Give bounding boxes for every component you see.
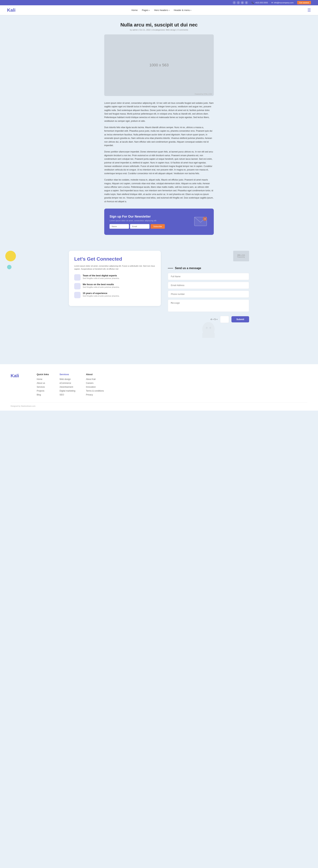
- contact-header-line: [168, 268, 173, 269]
- list-item[interactable]: Privacy: [86, 393, 104, 396]
- blob-yellow: [5, 251, 16, 261]
- phone-field[interactable]: [168, 291, 249, 298]
- ads-box: 200 x 111 Powered by: [233, 251, 249, 261]
- connect-subtitle: Lorem ipsum dolor sit amet, consectetur …: [74, 265, 155, 271]
- phone-number: +815.555.5555: [255, 2, 268, 4]
- newsletter-form: Subscribe: [110, 224, 193, 229]
- list-item[interactable]: Careers: [86, 382, 104, 384]
- email-icon: ✉: [271, 2, 273, 4]
- newsletter-svg-icon: ✉: [193, 214, 208, 229]
- list-item[interactable]: Advertisement: [60, 385, 75, 388]
- feature-text-3: 15 years of experience Sed fringilla nul…: [83, 292, 120, 298]
- feature-text-1: Team of the best digital experts Sed fri…: [83, 274, 120, 280]
- footer-logo: Kali: [10, 373, 19, 397]
- list-item[interactable]: Projects: [37, 390, 49, 392]
- ghost-decoration: [168, 319, 249, 343]
- newsletter-left: Sign up For Our Newsletter Lorem ipsum d…: [110, 215, 193, 229]
- list-item[interactable]: Innovation: [86, 385, 104, 388]
- post-title: Nulla arcu mi, suscipit ut dui nec: [104, 22, 214, 28]
- svg-text:✉: ✉: [204, 218, 206, 220]
- feature-item-3: 15 years of experience Sed fringilla nul…: [74, 292, 155, 298]
- ghost-svg: [198, 319, 219, 341]
- blob-teal: [7, 265, 11, 269]
- feature-item-2: We focus on the best results Sed fringil…: [74, 283, 155, 289]
- navbar-logo: Kali: [7, 7, 16, 13]
- newsletter-email-input[interactable]: [130, 224, 149, 229]
- newsletter-decoration: ✉: [193, 214, 208, 230]
- svg-point-6: [209, 327, 211, 329]
- footer-about: About About Kali Careers Innovation Term…: [86, 373, 104, 397]
- feature-item-1: Team of the best digital experts Sed fri…: [74, 274, 155, 281]
- list-item[interactable]: Digital marketing: [60, 390, 75, 392]
- two-col-section: Let's Get Connected Lorem ipsum dolor si…: [62, 247, 256, 350]
- feature-title-3: 15 years of experience: [83, 292, 120, 294]
- full-name-field[interactable]: [168, 273, 249, 280]
- email-address: info@mycompany.com: [274, 2, 293, 4]
- newsletter-title: Sign up For Our Newsletter: [110, 215, 193, 218]
- nav-header-menu[interactable]: Header & menu ▾: [174, 9, 192, 11]
- ads-label: 200 x 111: [237, 254, 245, 256]
- navbar: Kali Home Pages ▾ Hero headers ▾ Header …: [0, 5, 318, 15]
- pages-arrow: ▾: [149, 9, 150, 11]
- ads-powered: Powered by: [237, 256, 245, 258]
- phone-icon: 📞: [252, 2, 254, 4]
- header-menu-arrow: ▾: [191, 9, 191, 11]
- article-body: Lorem ipsum dolor sit amet, consectetur …: [104, 101, 214, 203]
- feature-desc-2: Sed fringilla nulla id ante pulvinar pha…: [83, 286, 120, 289]
- feature-desc-3: Sed fringilla nulla id ante pulvinar pha…: [83, 294, 120, 298]
- list-item[interactable]: Blog: [37, 393, 49, 396]
- message-field[interactable]: [168, 300, 249, 312]
- footer-copyright: Designed by Startendream.com: [10, 405, 35, 407]
- lower-section: Let's Get Connected Lorem ipsum dolor si…: [0, 247, 318, 357]
- linkedin-icon: li: [245, 1, 248, 4]
- nav-hero-headers[interactable]: Hero headers ▾: [154, 9, 169, 11]
- nav-home[interactable]: Home: [132, 9, 138, 11]
- newsletter-subtitle: Lorem ipsum dolor sit amet, consectetur …: [110, 219, 193, 222]
- featured-image: 1000 x 563 Powered by HTML.COM: [104, 34, 214, 96]
- phone-info: 📞 +815.555.5555: [252, 2, 268, 4]
- paragraph-3: Donec porttitor ullamcorper imperdiet. D…: [104, 150, 214, 175]
- list-item[interactable]: SEO: [60, 393, 75, 396]
- nav-pages[interactable]: Pages ▾: [142, 9, 150, 11]
- paragraph-1: Lorem ipsum dolor sit amet, consectetur …: [104, 101, 214, 123]
- footer-services: Services Web design eCommerce Advertisem…: [60, 373, 75, 397]
- list-item[interactable]: Web design: [60, 378, 75, 380]
- newsletter-subscribe-button[interactable]: Subscribe: [150, 224, 165, 229]
- paragraph-2: Duis lobortis felis vitae ligula iaculis…: [104, 126, 214, 147]
- footer-top: Kali Quick links Home About us Services …: [10, 373, 308, 397]
- social-icons: f t in li: [233, 1, 248, 4]
- facebook-icon: f: [233, 1, 236, 4]
- about-heading: About: [86, 373, 104, 376]
- list-item[interactable]: eCommerce: [60, 382, 75, 384]
- connect-title: Let's Get Connected: [74, 256, 155, 262]
- contact-header: Send us a message: [168, 267, 249, 270]
- feature-icon-2: [74, 283, 81, 289]
- connect-card: Let's Get Connected Lorem ipsum dolor si…: [69, 251, 161, 306]
- footer-bottom: Designed by Startendream.com: [10, 403, 308, 407]
- feature-text-2: We focus on the best results Sed fringil…: [83, 283, 120, 289]
- quick-links-heading: Quick links: [37, 373, 49, 376]
- list-item[interactable]: Services: [37, 385, 49, 388]
- hero-headers-arrow: ▾: [169, 9, 170, 11]
- newsletter-name-input[interactable]: [110, 224, 129, 229]
- svg-point-5: [206, 327, 208, 329]
- twitter-icon: t: [237, 1, 240, 4]
- top-bar: f t in li 📞 +815.555.5555 ✉ info@mycompa…: [0, 0, 318, 5]
- list-item[interactable]: About us: [37, 382, 49, 384]
- feature-icon-3: [74, 292, 81, 298]
- image-size-label: 1000 x 563: [149, 63, 169, 67]
- hamburger-icon[interactable]: ☰: [308, 8, 311, 12]
- list-item[interactable]: About Kali: [86, 378, 104, 380]
- about-list: About Kali Careers Innovation Terms & co…: [86, 378, 104, 396]
- quick-links-list: Home About us Services Projects Blog: [37, 378, 49, 396]
- services-list: Web design eCommerce Advertisement Digit…: [60, 378, 75, 396]
- contact-form-col: 200 x 111 Powered by Send us a message 4…: [168, 251, 249, 343]
- instagram-icon: in: [241, 1, 244, 4]
- feature-title-2: We focus on the best results: [83, 283, 120, 286]
- list-item[interactable]: Home: [37, 378, 49, 380]
- list-item[interactable]: Terms & conditions: [86, 390, 104, 392]
- post-content: Nulla arcu mi, suscipit ut dui nec by ad…: [101, 15, 217, 247]
- feature-title-1: Team of the best digital experts: [83, 274, 120, 277]
- get-started-button[interactable]: Get started: [297, 1, 311, 4]
- email-field[interactable]: [168, 282, 249, 289]
